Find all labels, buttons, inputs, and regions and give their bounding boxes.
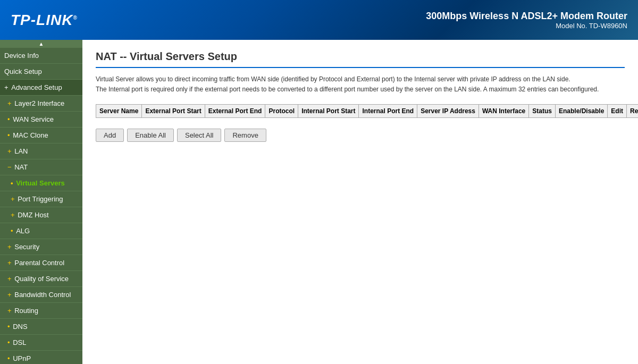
sidebar-label-dns: DNS [13,323,27,331]
page-title: NAT -- Virtual Servers Setup [96,50,625,68]
col-header-internal-port-end: Internal Port End [359,105,417,118]
sidebar-label-quality-of-service: Quality of Service [14,275,69,283]
sidebar-label-mac-clone: MAC Clone [13,131,48,139]
sidebar-item-quick-setup[interactable]: Quick Setup [0,64,82,80]
sidebar-item-bandwidth-control[interactable]: + Bandwidth Control [0,287,82,303]
sidebar-label-dmz-host: DMZ Host [18,211,49,219]
sidebar-item-port-triggering[interactable]: + Port Triggering [0,191,82,207]
sidebar-item-dsl[interactable]: • DSL [0,335,82,351]
sidebar-label-nat: NAT [14,163,28,171]
sidebar-label-advanced-setup: Advanced Setup [11,83,62,91]
enable-all-btn[interactable]: Enable All [127,129,174,142]
sidebar-item-routing[interactable]: + Routing [0,303,82,319]
sidebar-item-virtual-servers[interactable]: • Virtual Servers [0,175,82,191]
sidebar-item-wan-service[interactable]: • WAN Service [0,112,82,128]
table-header-row: Server NameExternal Port StartExternal P… [96,105,639,118]
add-btn[interactable]: Add [96,129,124,142]
sidebar-label-routing: Routing [14,307,38,315]
col-header-protocol: Protocol [265,105,298,118]
sidebar-item-alg[interactable]: • ALG [0,223,82,239]
description-line1: Virtual Server allows you to direct inco… [96,74,625,84]
sidebar-label-lan: LAN [14,147,28,155]
sidebar-item-upnp[interactable]: • UPnP [0,351,82,364]
logo-text: TP-LINK [11,12,73,28]
sidebar-label-device-info: Device Info [4,52,39,60]
sidebar-label-upnp: UPnP [13,354,31,362]
col-header-status: Status [529,105,556,118]
logo: TP-LINK® [11,12,78,29]
sidebar: ▲ Device InfoQuick Setup+ Advanced Setup… [0,40,82,364]
sidebar-nav: Device InfoQuick Setup+ Advanced Setup+ … [0,48,82,364]
model-name: 300Mbps Wireless N ADSL2+ Modem Router [426,11,627,22]
sidebar-scroll-up[interactable]: ▲ [0,40,82,48]
col-header-edit: Edit [608,105,627,118]
sidebar-item-nat[interactable]: − NAT [0,159,82,175]
sidebar-item-security[interactable]: + Security [0,239,82,255]
col-header-server-name: Server Name [96,105,142,118]
sidebar-item-parental-control[interactable]: + Parental Control [0,255,82,271]
model-number: Model No. TD-W8960N [426,22,627,30]
sidebar-label-virtual-servers: Virtual Servers [16,179,65,187]
content-area: NAT -- Virtual Servers Setup Virtual Ser… [82,40,638,364]
sidebar-item-quality-of-service[interactable]: + Quality of Service [0,271,82,287]
description-line2: The Internal port is required only if th… [96,84,625,95]
logo-tm: ® [73,14,77,20]
sidebar-label-quick-setup: Quick Setup [4,67,42,75]
sidebar-item-layer2-interface[interactable]: + Layer2 Interface [0,96,82,112]
remove-btn[interactable]: Remove [224,129,266,142]
sidebar-item-dmz-host[interactable]: + DMZ Host [0,207,82,223]
header-model: 300Mbps Wireless N ADSL2+ Modem Router M… [426,11,627,30]
sidebar-item-device-info[interactable]: Device Info [0,48,82,64]
sidebar-item-advanced-setup[interactable]: + Advanced Setup [0,80,82,96]
sidebar-item-lan[interactable]: + LAN [0,143,82,159]
virtual-servers-table: Server NameExternal Port StartExternal P… [96,104,638,118]
sidebar-label-bandwidth-control: Bandwidth Control [14,291,71,299]
button-row: AddEnable AllSelect AllRemove [96,129,625,142]
sidebar-item-mac-clone[interactable]: • MAC Clone [0,128,82,143]
sidebar-label-dsl: DSL [13,338,26,346]
col-header-external-port-end: External Port End [205,105,265,118]
col-header-wan-interface: WAN Interface [478,105,528,118]
col-header-server-ip-address: Server IP Address [417,105,479,118]
sidebar-label-alg: ALG [16,227,30,235]
col-header-internal-port-start: Internal Port Start [298,105,359,118]
sidebar-label-parental-control: Parental Control [14,259,64,267]
sidebar-item-dns[interactable]: • DNS [0,319,82,335]
col-header-remove: Remove [627,105,639,118]
col-header-external-port-start: External Port Start [142,105,205,118]
header: TP-LINK® 300Mbps Wireless N ADSL2+ Modem… [0,0,638,40]
sidebar-label-wan-service: WAN Service [13,115,54,123]
sidebar-label-port-triggering: Port Triggering [18,195,63,203]
description: Virtual Server allows you to direct inco… [96,74,625,95]
main-container: ▲ Device InfoQuick Setup+ Advanced Setup… [0,40,638,364]
select-all-btn[interactable]: Select All [177,129,221,142]
sidebar-label-security: Security [14,243,39,251]
sidebar-label-layer2-interface: Layer2 Interface [14,99,64,107]
col-header-enable/disable: Enable/Disable [555,105,607,118]
